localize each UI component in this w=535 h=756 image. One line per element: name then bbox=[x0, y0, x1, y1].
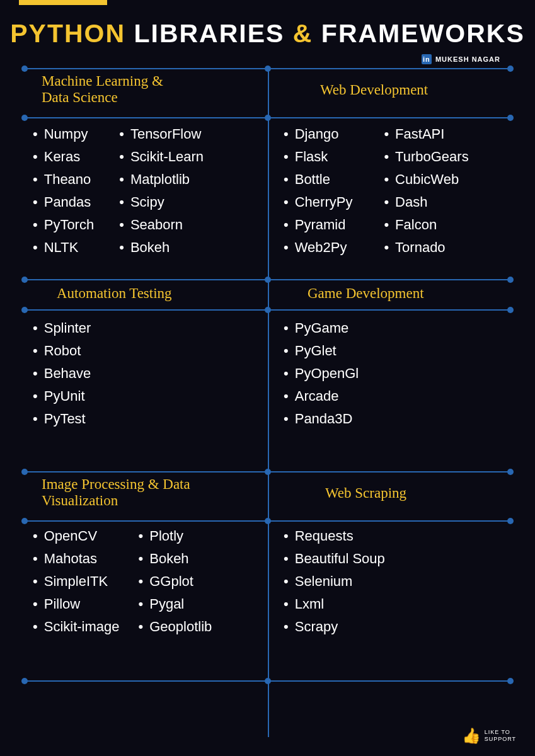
list-item: Mahotas bbox=[33, 551, 120, 567]
top-accent-bar bbox=[19, 0, 107, 5]
list-item: Pygal bbox=[139, 596, 212, 612]
col: DjangoFlaskBottleCherryPyPyramidWeb2Py bbox=[284, 126, 352, 256]
thumbs-up-icon: 👍 bbox=[462, 727, 481, 745]
dot bbox=[507, 469, 514, 475]
col: SplinterRobotBehavePyUnitPyTest bbox=[33, 320, 91, 427]
dot bbox=[21, 678, 28, 684]
col: PlotlyBokehGGplotPygalGeoplotlib bbox=[139, 528, 212, 635]
items-game: PyGamePyGletPyOpenGlArcadePanda3D bbox=[284, 320, 359, 427]
dot bbox=[21, 469, 28, 475]
list-item: Bottle bbox=[284, 171, 352, 188]
list-item: PyGlet bbox=[284, 343, 359, 359]
section-title-web: Web Development bbox=[320, 82, 428, 98]
list-item: Web2Py bbox=[284, 239, 352, 256]
dot bbox=[265, 307, 271, 313]
title-python: PYTHON bbox=[10, 19, 125, 48]
list-item: Scipy bbox=[119, 194, 204, 210]
list-item: Beautiful Soup bbox=[284, 551, 385, 567]
dot bbox=[21, 307, 28, 313]
items-ml: NumpyKerasTheanoPandasPyTorchNLTK Tensor… bbox=[33, 126, 204, 256]
list-item: FastAPI bbox=[384, 126, 468, 142]
section-title-img: Image Processing & Data Visualization bbox=[42, 476, 190, 509]
title-libraries: LIBRARIES bbox=[134, 19, 284, 48]
dot bbox=[265, 469, 271, 475]
content-grid: Machine Learning & Data Science NumpyKer… bbox=[24, 68, 511, 737]
items-auto: SplinterRobotBehavePyUnitPyTest bbox=[33, 320, 91, 427]
col: PyGamePyGletPyOpenGlArcadePanda3D bbox=[284, 320, 359, 427]
list-item: Scikit-image bbox=[33, 619, 120, 635]
list-item: SimpleITK bbox=[33, 573, 120, 590]
dot bbox=[265, 678, 271, 684]
list-item: Behave bbox=[33, 365, 91, 382]
list-item: Tornado bbox=[384, 239, 468, 256]
list-item: Scikit-Learn bbox=[119, 149, 204, 165]
list-item: PyUnit bbox=[33, 388, 91, 404]
list-item: Geoplotlib bbox=[139, 619, 212, 635]
list-item: PyTorch bbox=[33, 217, 94, 233]
items-web: DjangoFlaskBottleCherryPyPyramidWeb2Py F… bbox=[284, 126, 469, 256]
like-line1: LIKE TO bbox=[485, 729, 516, 736]
list-item: CherryPy bbox=[284, 194, 352, 210]
items-scrape: RequestsBeautiful SoupSeleniumLxmlScrapy bbox=[284, 528, 385, 635]
author-credit: in MUKESH NAGAR bbox=[422, 54, 500, 64]
list-item: Selenium bbox=[284, 573, 385, 590]
list-item: GGplot bbox=[139, 573, 212, 590]
col: FastAPITurboGearsCubicWebDashFalconTorna… bbox=[384, 126, 468, 256]
dot bbox=[507, 307, 514, 313]
list-item: Theano bbox=[33, 171, 94, 188]
list-item: PyGame bbox=[284, 320, 359, 336]
list-item: OpenCV bbox=[33, 528, 120, 544]
section-title-auto: Automation Testing bbox=[57, 285, 172, 302]
list-item: Flask bbox=[284, 149, 352, 165]
list-item: Bokeh bbox=[139, 551, 212, 567]
dot bbox=[21, 518, 28, 524]
list-item: Panda3D bbox=[284, 411, 359, 427]
list-item: CubicWeb bbox=[384, 171, 468, 188]
list-item: PyOpenGl bbox=[284, 365, 359, 382]
list-item: Splinter bbox=[33, 320, 91, 336]
author-name: MUKESH NAGAR bbox=[435, 55, 500, 63]
section-title-ml: Machine Learning & Data Science bbox=[42, 73, 163, 106]
section-title-scrape: Web Scraping bbox=[325, 485, 406, 501]
list-item: Django bbox=[284, 126, 352, 142]
list-item: Pandas bbox=[33, 194, 94, 210]
list-item: Numpy bbox=[33, 126, 94, 142]
list-item: Matplotlib bbox=[119, 171, 204, 188]
dot bbox=[265, 115, 271, 121]
list-item: TurboGears bbox=[384, 149, 468, 165]
title-amp: & bbox=[293, 19, 313, 48]
dot bbox=[265, 66, 271, 72]
vertical-divider bbox=[268, 68, 269, 737]
like-text: LIKE TO SUPPORT bbox=[485, 729, 516, 743]
dot bbox=[21, 115, 28, 121]
list-item: Keras bbox=[33, 149, 94, 165]
like-line2: SUPPORT bbox=[485, 736, 516, 743]
items-img: OpenCVMahotasSimpleITKPillowScikit-image… bbox=[33, 528, 212, 635]
list-item: Plotly bbox=[139, 528, 212, 544]
section-title-game: Game Development bbox=[308, 285, 424, 302]
dot bbox=[21, 66, 28, 72]
list-item: Pyramid bbox=[284, 217, 352, 233]
col: OpenCVMahotasSimpleITKPillowScikit-image bbox=[33, 528, 120, 635]
col: RequestsBeautiful SoupSeleniumLxmlScrapy bbox=[284, 528, 385, 635]
dot bbox=[507, 277, 514, 283]
dot bbox=[507, 678, 514, 684]
col: NumpyKerasTheanoPandasPyTorchNLTK bbox=[33, 126, 94, 256]
col: TensorFlowScikit-LearnMatplotlibScipySea… bbox=[119, 126, 204, 256]
list-item: Scrapy bbox=[284, 619, 385, 635]
dot bbox=[265, 277, 271, 283]
list-item: TensorFlow bbox=[119, 126, 204, 142]
dot bbox=[507, 115, 514, 121]
list-item: Requests bbox=[284, 528, 385, 544]
list-item: Robot bbox=[33, 343, 91, 359]
list-item: Seaborn bbox=[119, 217, 204, 233]
list-item: Dash bbox=[384, 194, 468, 210]
list-item: NLTK bbox=[33, 239, 94, 256]
title-frameworks: FRAMEWORKS bbox=[321, 19, 525, 48]
list-item: Lxml bbox=[284, 596, 385, 612]
linkedin-icon: in bbox=[422, 54, 432, 64]
list-item: Arcade bbox=[284, 388, 359, 404]
list-item: PyTest bbox=[33, 411, 91, 427]
list-item: Bokeh bbox=[119, 239, 204, 256]
like-prompt: 👍 LIKE TO SUPPORT bbox=[462, 727, 516, 745]
